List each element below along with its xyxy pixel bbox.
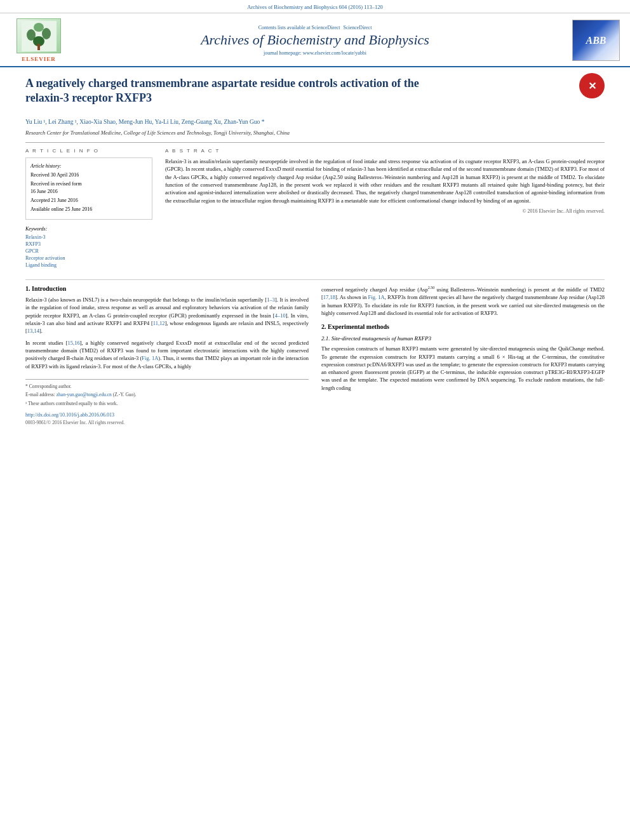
keyword-ligand-binding: Ligand binding (25, 262, 152, 268)
subsection-number: 2.1. (321, 335, 330, 342)
keyword-relaxin3: Relaxin-3 (25, 234, 152, 240)
body-content: 1. Introduction Relaxin-3 (also known as… (25, 279, 605, 425)
authors-text: Yu Liu ¹, Lei Zhang ¹, Xiao-Xia Shao, Me… (25, 119, 264, 125)
ref-4-10[interactable]: 4–10 (275, 312, 286, 319)
article-info-heading: A R T I C L E I N F O (25, 148, 152, 154)
abstract-copyright: © 2016 Elsevier Inc. All rights reserved… (165, 208, 605, 214)
section2-number: 2. (321, 323, 326, 330)
ref-11-12[interactable]: 11,12 (153, 320, 165, 326)
intro-title-text: Introduction (32, 285, 66, 292)
keywords-title: Keywords: (25, 226, 152, 232)
keyword-rxfp3: RXFP3 (25, 241, 152, 247)
keywords-section: Keywords: Relaxin-3 RXFP3 GPCR Receptor … (25, 226, 152, 268)
history-label: Article history: (30, 163, 147, 170)
ref-1-3[interactable]: 1–3 (267, 297, 275, 303)
crossmark-badge[interactable]: ✕ (579, 73, 605, 98)
available-row: Available online 25 June 2016 (30, 206, 147, 213)
issn-line: 0003-9861/© 2016 Elsevier Inc. All right… (25, 420, 309, 425)
right-paragraph2: The expression constructs of human RXFP3… (321, 345, 605, 392)
header-divider (25, 142, 605, 143)
subsection-title: 2.1. Site-directed mutagenesis of human … (321, 335, 605, 342)
section2-title-text: Experimental methods (328, 323, 389, 330)
keyword-receptor-activation: Receptor activation (25, 255, 152, 261)
history-label-text: Article history: (30, 163, 62, 169)
footnote-email-address[interactable]: zhan-yun.guo@tongji.edu.cn (57, 392, 112, 397)
article-title: A negatively charged transmembrane aspar… (25, 76, 457, 106)
sciencedirect-link[interactable]: Contents lists available at ScienceDirec… (67, 25, 563, 30)
accepted-row: Accepted 21 June 2016 (30, 197, 147, 204)
footnote-corresponding-text: * Corresponding author. (25, 383, 72, 389)
intro-paragraph2: In recent studies [15,16], a highly cons… (25, 339, 309, 370)
ref-15-16[interactable]: 15,16 (68, 340, 80, 346)
footnote-corresponding: * Corresponding author. (25, 383, 309, 390)
footnote-email-suffix: (Z.-Y. Guo). (113, 392, 137, 397)
introduction-title: 1. Introduction (25, 285, 309, 292)
homepage-url[interactable]: www.elsevier.com/locate/yabbi (303, 50, 366, 56)
elsevier-brand-text: ELSEVIER (22, 56, 56, 62)
subsection-title-text: Site-directed mutagenesis of human RXFP3 (332, 335, 431, 342)
footnote-email-label: E-mail address: (25, 392, 55, 397)
journal-logo-right: ABB (563, 20, 620, 61)
footnote-section: * Corresponding author. E-mail address: … (25, 379, 309, 408)
fig1a-ref[interactable]: Fig. 1A (368, 294, 385, 300)
article-info-abstract: A R T I C L E I N F O Article history: R… (25, 148, 605, 269)
footnote-equal-contribution: ¹ These authors contributed equally to t… (25, 401, 309, 408)
journal-title: Archives of Biochemistry and Biophysics (67, 32, 563, 48)
received-revised-row: Received in revised form 16 June 2016 (30, 180, 147, 194)
elsevier-logo: ELSEVIER (10, 18, 67, 62)
ref-13-14[interactable]: 13,14 (27, 328, 39, 334)
svg-point-3 (42, 28, 51, 39)
received-revised-date: 16 June 2016 (30, 189, 58, 194)
right-paragraph1: conserved negatively charged Asp residue… (321, 285, 605, 317)
abstract-column: A B S T R A C T Relaxin-3 is an insulin/… (165, 148, 605, 269)
intro-paragraph1: Relaxin-3 (also known as INSL7) is a two… (25, 296, 309, 335)
sciencedirect-brand: ScienceDirect (343, 25, 372, 30)
keyword-gpcr: GPCR (25, 248, 152, 254)
main-content: A negatively charged transmembrane aspar… (0, 67, 630, 432)
footnote-email: E-mail address: zhan-yun.guo@tongji.edu.… (25, 392, 309, 399)
received-row: Received 30 April 2016 (30, 171, 147, 178)
intro-number: 1. (25, 285, 30, 292)
doi-line[interactable]: http://dx.doi.org/10.1016/j.abb.2016.06.… (25, 412, 309, 418)
journal-header: ELSEVIER Contents lists available at Sci… (0, 13, 630, 67)
doi-url[interactable]: http://dx.doi.org/10.1016/j.abb.2016.06.… (25, 412, 309, 418)
journal-header-center: Contents lists available at ScienceDirec… (67, 25, 563, 56)
abstract-body: Relaxin-3 is an insulin/relaxin superfam… (165, 157, 605, 204)
svg-point-1 (34, 23, 44, 32)
section2-title: 2. Experimental methods (321, 323, 605, 330)
abstract-heading: A B S T R A C T (165, 148, 605, 154)
ref-17-18[interactable]: 17,18 (323, 294, 335, 300)
authors-line: Yu Liu ¹, Lei Zhang ¹, Xiao-Xia Shao, Me… (25, 117, 605, 126)
body-left-column: 1. Introduction Relaxin-3 (also known as… (25, 285, 309, 425)
fig1a-link[interactable]: Fig. 1A (142, 355, 158, 361)
homepage-label: journal homepage: (264, 50, 302, 56)
article-info-column: A R T I C L E I N F O Article history: R… (25, 148, 152, 269)
journal-homepage: journal homepage: www.elsevier.com/locat… (67, 50, 563, 56)
journal-reference-text: Archives of Biochemistry and Biophysics … (247, 4, 382, 10)
body-right-column: conserved negatively charged Asp residue… (321, 285, 605, 425)
abbs-logo-image: ABB (572, 20, 620, 61)
abbs-logo-text: ABB (586, 35, 606, 46)
received-revised-label: Received in revised form (30, 181, 82, 187)
svg-rect-5 (37, 44, 40, 50)
journal-reference-bar: Archives of Biochemistry and Biophysics … (0, 0, 630, 13)
affiliation-line: Research Center for Translational Medici… (25, 130, 605, 136)
elsevier-tree-logo (17, 18, 61, 53)
article-history-box: Article history: Received 30 April 2016 … (25, 157, 152, 220)
